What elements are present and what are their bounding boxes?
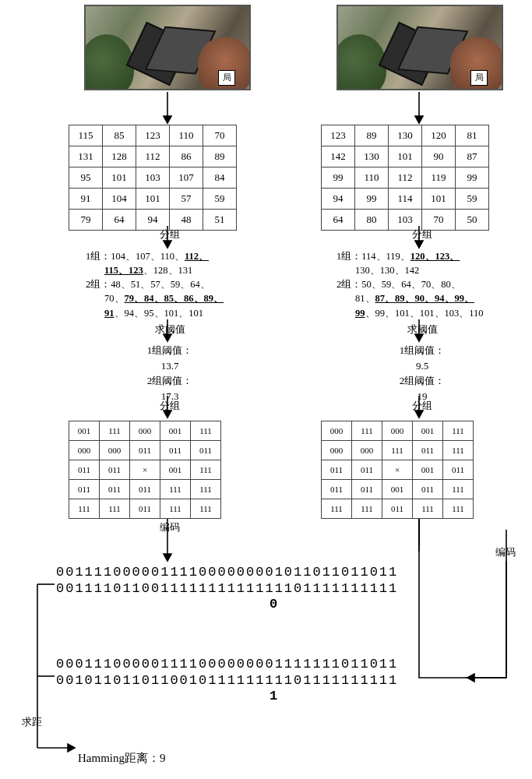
cell: 90: [422, 146, 456, 167]
cell: 111: [69, 499, 100, 519]
cell: 59: [203, 189, 237, 210]
cell: 011: [69, 480, 100, 499]
cell: 95: [69, 167, 103, 189]
cell: 000: [69, 441, 100, 460]
cell: 000: [352, 441, 382, 460]
pixel-matrix-left-wrap: 1158512311070131128112868995101103107849…: [69, 125, 237, 231]
g2-line3: 99、99、101、101、103、110: [336, 306, 531, 320]
step-encode-right: 分组: [321, 399, 523, 413]
distance-op-label: 求距: [22, 715, 42, 729]
cell: 011: [100, 480, 130, 499]
binary-string-right: 000111000001111000000001111111011011 001…: [56, 656, 492, 704]
table-row: 000000111011111: [322, 441, 474, 460]
cell: 011: [413, 441, 443, 460]
cell: 011: [443, 460, 474, 480]
table-row: 011011001011111: [322, 480, 474, 499]
region-marker-right: 局: [470, 70, 488, 86]
cell: 91: [69, 189, 103, 210]
cell: 000: [322, 441, 352, 460]
g1-line2: 115、123、128、131: [86, 263, 273, 277]
pixel-matrix-right: 1238913012081142130101908799110112119999…: [321, 125, 489, 231]
table-row: 1158512311070: [69, 125, 237, 146]
table-row: 9911011211999: [322, 167, 489, 189]
cell: 107: [170, 167, 203, 189]
bin-tail: 1: [56, 688, 492, 704]
cell: 011: [322, 460, 352, 480]
cell: 123: [322, 125, 355, 146]
cell: 000: [382, 421, 413, 441]
cube-object: [379, 22, 442, 86]
g1-line1: 1组：104、107、110、112、: [86, 249, 273, 263]
cube-object: [126, 22, 190, 86]
cell: 011: [382, 499, 413, 519]
table-row: 011011011111111: [69, 480, 221, 499]
table-row: 000000011011011: [69, 441, 221, 460]
cell: 000: [130, 421, 160, 441]
cell: 101: [422, 189, 456, 210]
cell: 99: [456, 167, 489, 189]
cell: 101: [103, 167, 136, 189]
cell: 011: [130, 441, 160, 460]
cell: 001: [382, 480, 413, 499]
cell: 130: [355, 146, 389, 167]
table-row: 949911410159: [322, 189, 489, 210]
cell: 112: [389, 167, 422, 189]
cell: 119: [422, 167, 456, 189]
thr1-value: 13.7: [69, 358, 271, 374]
cell: 111: [191, 460, 221, 480]
cell: 011: [100, 460, 130, 480]
table-row: 9510110310784: [69, 167, 237, 189]
step-encode-left: 分组: [69, 399, 271, 413]
table-row: 1421301019087: [322, 146, 489, 167]
groups-right: 1组：114、119、120、123、 130、130、142 2组：50、59…: [336, 249, 531, 320]
cell: 111: [443, 480, 474, 499]
cell: 101: [389, 146, 422, 167]
cell: ×: [382, 460, 413, 480]
step-threshold-right: 求阈值: [321, 323, 523, 337]
table-row: 111111011111111: [322, 499, 474, 519]
bin-row: 001011011011001011111111101111111111: [56, 672, 492, 689]
g2-line2: 81、87、89、90、94、99、: [336, 291, 531, 305]
cell: 011: [191, 441, 221, 460]
cell: 011: [322, 480, 352, 499]
table-row: 1238913012081: [322, 125, 489, 146]
cell: 111: [100, 499, 130, 519]
g2-line3: 91、94、95、101、101: [86, 306, 273, 320]
code-matrix-right-wrap: 000111000001111000000111011111011011×001…: [321, 421, 474, 519]
cell: 104: [103, 189, 136, 210]
thresholds-left: 1组阈值： 13.7 2组阈值： 17.3: [69, 343, 271, 404]
bin-row: 001111011001111111111111101111111111: [56, 580, 492, 597]
cell: 99: [322, 167, 355, 189]
cell: 89: [355, 125, 389, 146]
g2-line1: 2组：50、59、64、70、80、: [336, 277, 531, 291]
hamming-result: Hamming距离：9: [78, 751, 166, 766]
cell: 111: [443, 441, 474, 460]
cell: 111: [352, 421, 382, 441]
code-matrix-left-wrap: 001111000001111000000011011011011011×001…: [69, 421, 221, 519]
table-row: 1311281128689: [69, 146, 237, 167]
encode-label-right: 编码: [463, 545, 532, 559]
g2-line2: 70、79、84、85、86、89、: [86, 291, 273, 305]
cell: 114: [389, 189, 422, 210]
cell: 103: [136, 167, 170, 189]
cell: 011: [130, 480, 160, 499]
cell: 115: [69, 125, 103, 146]
table-row: 000111000001111: [322, 421, 474, 441]
cell: 99: [355, 189, 389, 210]
g2-line1: 2组：48、51、57、59、64、: [86, 277, 273, 291]
cell: 130: [389, 125, 422, 146]
cell: 84: [203, 167, 237, 189]
cell: 011: [352, 460, 382, 480]
input-image-right: 局: [336, 5, 503, 90]
cell: 89: [203, 146, 237, 167]
thr2-label: 2组阈值：: [69, 373, 271, 389]
cell: 001: [69, 421, 100, 441]
step-group-right: 分组: [321, 227, 523, 241]
cell: 110: [355, 167, 389, 189]
cell: 011: [160, 441, 191, 460]
cell: 59: [456, 189, 489, 210]
binary-string-left: 001111000001111000000001011011011011 001…: [56, 564, 492, 612]
table-row: 911041015759: [69, 189, 237, 210]
bin-row: 000111000001111000000001111111011011: [56, 656, 492, 672]
cell: 001: [160, 421, 191, 441]
